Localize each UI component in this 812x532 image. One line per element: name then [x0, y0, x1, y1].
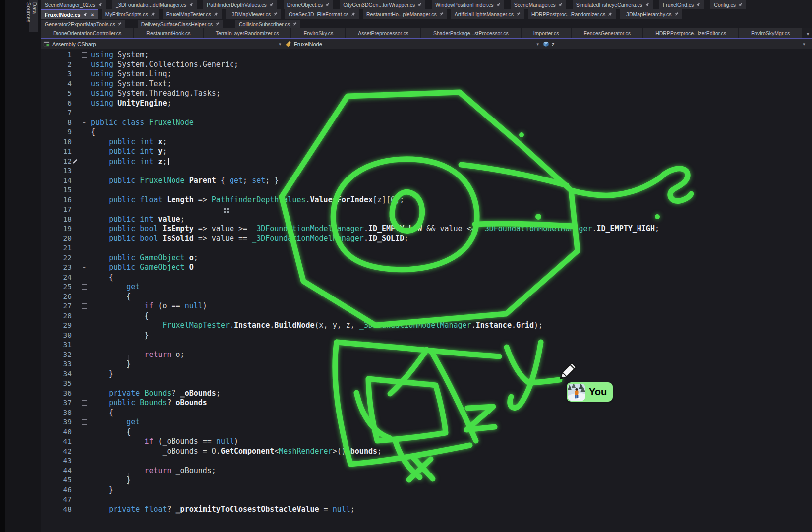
- fold-marker[interactable]: −: [82, 120, 87, 125]
- tab-fruxelmaptester-cs[interactable]: FruxelMapTester.cs: [163, 9, 222, 19]
- tab-artificiallightsmanager-cs[interactable]: ArtificialLightsManager.cs: [451, 9, 524, 19]
- tab-shaderpackage-stprocessor-cs[interactable]: ShaderPackage...stProcessor.cs: [421, 28, 521, 38]
- code-line-29[interactable]: 29 FruxelMapTester.Instance.BuildNode(x,…: [41, 321, 812, 331]
- code-line-38[interactable]: 38 {: [41, 408, 812, 418]
- code-editor[interactable]: 1−using System;2using System.Collections…: [41, 49, 812, 532]
- fold-marker[interactable]: −: [82, 284, 87, 290]
- tab-fruxelnode-cs[interactable]: FruxelNode.cs×: [41, 9, 98, 19]
- tab-scenemanager-cs[interactable]: SceneManager.cs: [511, 0, 566, 9]
- code-line-26[interactable]: 26 {: [41, 292, 812, 302]
- code-line-24[interactable]: 24 {: [41, 273, 812, 283]
- pin-icon[interactable]: [496, 2, 501, 7]
- code-line-39[interactable]: 39− get: [41, 417, 812, 427]
- tab-scenemanager-02-cs[interactable]: SceneManager_02.cs: [41, 0, 106, 9]
- pin-icon[interactable]: [83, 12, 87, 17]
- tab-simulatedfisheyecamera-cs[interactable]: SimulatedFisheyeCamera.cs: [573, 0, 653, 9]
- pin-icon[interactable]: [273, 12, 278, 16]
- fold-marker[interactable]: −: [82, 419, 87, 425]
- navbar-overflow-chevron[interactable]: ▾: [803, 42, 809, 47]
- tab-hdrppostproce-izereditor-cs[interactable]: HDRPPostproce...izerEditor.cs: [643, 28, 738, 38]
- pin-icon[interactable]: [351, 12, 355, 16]
- code-line-40[interactable]: 40 {: [41, 427, 812, 437]
- pin-icon[interactable]: [608, 12, 612, 16]
- code-line-31[interactable]: 31: [41, 340, 812, 350]
- tab-collisionsubscriber-cs[interactable]: CollisionSubscriber.cs: [235, 20, 300, 28]
- project-dropdown[interactable]: Assembly-CSharp ▾: [43, 39, 285, 49]
- code-line-28[interactable]: 28 {: [41, 311, 812, 321]
- pin-icon[interactable]: [696, 2, 700, 7]
- code-line-37[interactable]: 37− public Bounds? oBounds: [41, 398, 812, 408]
- code-line-45[interactable]: 45 }: [41, 475, 812, 485]
- code-line-43[interactable]: 43: [41, 456, 812, 466]
- tab-hdrppostproc-randomizer-cs[interactable]: HDRPPostproc...Randomizer.cs: [528, 9, 616, 19]
- tab-enviroskymgr-cs[interactable]: EnviroSkyMgr.cs: [739, 28, 802, 38]
- code-line-2[interactable]: 2using System.Collections.Generic;: [41, 60, 812, 70]
- code-line-44[interactable]: 44 return _oBounds;: [41, 466, 812, 476]
- code-line-23[interactable]: 23− public GameObject O: [41, 263, 812, 273]
- pin-icon[interactable]: [645, 2, 649, 7]
- code-line-10[interactable]: 10 public int x;: [41, 137, 812, 147]
- code-line-41[interactable]: 41 if (_oBounds == null): [41, 437, 812, 447]
- code-line-19[interactable]: 19 public bool IsEmpty => value >= _3DFo…: [41, 224, 812, 234]
- pin-icon[interactable]: [215, 22, 220, 26]
- code-line-16[interactable]: 16 public float Length => PathfinderDept…: [41, 195, 812, 205]
- tab-windowpositionfinder-cs[interactable]: WindowPositionFinder.cs: [432, 0, 504, 9]
- fold-marker[interactable]: −: [82, 52, 87, 58]
- code-line-14[interactable]: 14 public FruxelNode Parent { get; set; …: [41, 176, 812, 186]
- tab-myeditorscripts-cs[interactable]: MyEditorScripts.cs: [102, 9, 159, 19]
- tab-pathfinderdepthvalues-cs[interactable]: PathfinderDepthValues.cs: [203, 0, 277, 9]
- tab-restauranthook-cs[interactable]: RestaurantHook.cs: [134, 28, 202, 38]
- pin-icon[interactable]: [738, 2, 743, 7]
- code-line-20[interactable]: 20 public bool IsSolid => value == _3DFo…: [41, 234, 812, 244]
- code-line-35[interactable]: 35: [41, 379, 812, 389]
- tab--3dmaphierarchy-cs[interactable]: _3DMapHierarchy.cs: [620, 9, 682, 19]
- tab-terrainlayerrandomizer-cs[interactable]: TerrainLayerRandomizer.cs: [204, 28, 291, 38]
- tab-config-cs[interactable]: Config.cs: [710, 0, 746, 9]
- code-line-46[interactable]: 46 }: [41, 485, 812, 495]
- fold-marker[interactable]: −: [82, 303, 87, 309]
- pin-icon[interactable]: [292, 22, 297, 26]
- tab-fruxelgrid-cs[interactable]: FruxelGrid.cs: [659, 0, 704, 9]
- code-line-3[interactable]: 3using System.Linq;: [41, 69, 812, 79]
- code-line-6[interactable]: 6using UnityEngine;: [41, 99, 812, 109]
- member-dropdown[interactable]: z ▾: [543, 39, 809, 49]
- tab--3dmapviewer-cs[interactable]: _3DMapViewer.cs: [226, 9, 281, 19]
- code-line-32[interactable]: 32 return o;: [41, 350, 812, 360]
- tab-droneorientationcontroller-cs[interactable]: DroneOrientationController.cs: [41, 28, 133, 38]
- pin-icon[interactable]: [98, 2, 102, 7]
- pin-icon[interactable]: [117, 22, 122, 26]
- code-line-1[interactable]: 1−using System;: [41, 50, 812, 60]
- code-line-33[interactable]: 33 }: [41, 359, 812, 369]
- pin-icon[interactable]: [214, 12, 218, 16]
- code-line-5[interactable]: 5using System.Threading.Tasks;: [41, 89, 812, 99]
- tab-importer-cs[interactable]: Importer.cs: [522, 28, 571, 38]
- tab-fencesgenerator-cs[interactable]: FencesGenerator.cs: [572, 28, 643, 38]
- data-sources-tab[interactable]: Data Sources: [29, 0, 38, 32]
- code-line-15[interactable]: 15: [41, 185, 812, 195]
- pin-icon[interactable]: [151, 12, 155, 16]
- code-line-42[interactable]: 42 _oBounds = O.GetComponent<MeshRendere…: [41, 447, 812, 457]
- code-line-21[interactable]: 21: [41, 243, 812, 253]
- pin-icon[interactable]: [439, 12, 444, 16]
- pin-icon[interactable]: [189, 2, 193, 7]
- tab-onesec3d-fileformat-cs[interactable]: OneSec3D_FileFormat.cs: [285, 9, 359, 19]
- code-line-12[interactable]: 12 public int z;: [41, 157, 812, 167]
- pin-icon[interactable]: [325, 2, 330, 7]
- code-line-13[interactable]: 13: [41, 166, 812, 176]
- tab-overflow-chevron[interactable]: ▾: [807, 31, 809, 37]
- pin-icon[interactable]: [558, 2, 563, 7]
- code-line-34[interactable]: 34 }: [41, 369, 812, 379]
- close-icon[interactable]: ×: [91, 12, 94, 18]
- type-dropdown[interactable]: FruxelNode ▾: [285, 39, 543, 49]
- pin-icon[interactable]: [516, 12, 521, 16]
- code-line-11[interactable]: 11 public int y;: [41, 147, 812, 157]
- pin-icon[interactable]: [269, 2, 274, 7]
- tab-citygen3dgen-torwrapper-cs[interactable]: CityGen3DGen...torWrapper.cs: [340, 0, 425, 9]
- code-line-7[interactable]: 7: [41, 108, 812, 118]
- tab-assetpreprocessor-cs[interactable]: AssetPreprocessor.cs: [346, 28, 420, 38]
- code-line-8[interactable]: 8−public class FruxelNode: [41, 118, 812, 128]
- tab-droneobject-cs[interactable]: DroneObject.cs: [284, 0, 333, 9]
- tab-generator2exportmaptools-cs[interactable]: Generator2ExportMapTools.cs: [41, 20, 125, 28]
- code-line-4[interactable]: 4using System.Text;: [41, 79, 812, 89]
- code-line-47[interactable]: 47: [41, 495, 812, 505]
